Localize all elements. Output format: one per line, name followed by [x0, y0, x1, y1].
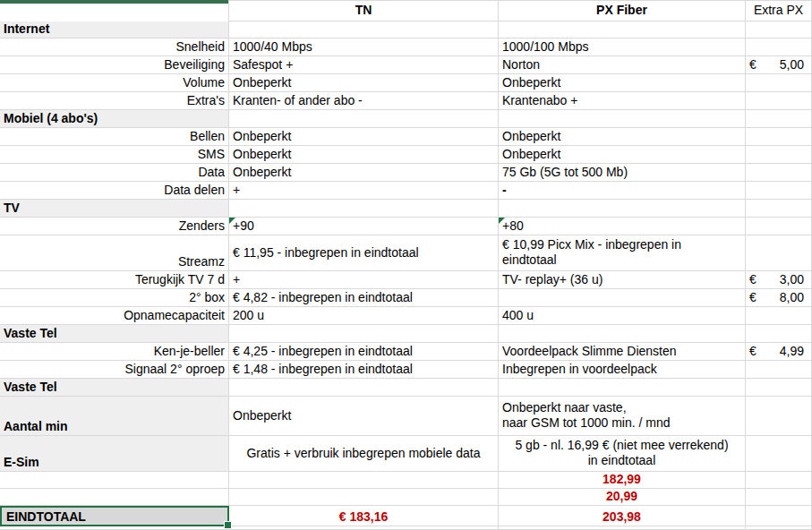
- cell-tn-opnamecapaciteit[interactable]: 200 u: [229, 307, 499, 325]
- cell-extra-aantal-min[interactable]: [746, 397, 812, 436]
- cell-tn-bellen[interactable]: Onbeperkt: [229, 128, 499, 146]
- cell-extra-ken-je-beller[interactable]: €4,99: [746, 343, 812, 361]
- cell-tn-streamz[interactable]: € 11,95 - inbegrepen in eindtotaal: [229, 235, 499, 271]
- cell-extra-subtotal-px-1[interactable]: [746, 472, 812, 489]
- cell-tn-terugkijk-tv[interactable]: +: [229, 271, 499, 289]
- cell-px-opnamecapaciteit[interactable]: 400 u: [499, 307, 746, 325]
- cell-px-bellen[interactable]: Onbeperkt: [499, 128, 746, 146]
- cell-tn-data[interactable]: Onbeperkt: [229, 164, 499, 182]
- cell-tn-internet[interactable]: [229, 21, 499, 38]
- cell-px-vaste-tel-2[interactable]: [499, 379, 746, 397]
- cell-tn-vaste-tel-2[interactable]: [229, 379, 499, 397]
- cell-extra-snelheid[interactable]: [746, 38, 812, 56]
- cell-tn-signaal-2-oproep[interactable]: € 1,48 - inbegrepen in eindtotaal: [229, 361, 499, 379]
- cell-px-extras[interactable]: Krantenabo +: [499, 92, 746, 110]
- cell-label-ken-je-beller[interactable]: Ken-je-beller: [0, 343, 229, 361]
- cell-extra-volume[interactable]: [746, 74, 812, 92]
- cell-extra-e-sim[interactable]: [746, 436, 812, 472]
- cell-extra-subtotal-px-2[interactable]: [746, 489, 812, 506]
- cell-px-subtotal-px-1[interactable]: 182,99: [499, 472, 746, 489]
- cell-px-sms[interactable]: Onbeperkt: [499, 146, 746, 164]
- cell-px-mobiel[interactable]: [499, 110, 746, 128]
- cell-label-e-sim[interactable]: E-Sim: [0, 436, 229, 472]
- cell-tn-data-delen[interactable]: +: [229, 182, 499, 200]
- cell-px-subtotal-px-2[interactable]: 20,99: [499, 489, 746, 506]
- cell-extra-mobiel[interactable]: [746, 110, 812, 128]
- cell-label-bottom-sliver[interactable]: [0, 526, 229, 530]
- cell-tn-aantal-min[interactable]: Onbeperkt: [229, 397, 499, 436]
- column-header-px[interactable]: PX Fiber: [499, 0, 746, 21]
- cell-tn-extras[interactable]: Kranten- of ander abo -: [229, 92, 499, 110]
- cell-tn-zenders[interactable]: +90: [229, 218, 499, 235]
- cell-extra-zenders[interactable]: [746, 218, 812, 235]
- cell-label-terugkijk-tv[interactable]: Terugkijk TV 7 d: [0, 271, 229, 289]
- cell-label-signaal-2-oproep[interactable]: Signaal 2° oproep: [0, 361, 229, 379]
- cell-label-mobiel[interactable]: Mobiel (4 abo's): [0, 110, 229, 128]
- cell-tn-mobiel[interactable]: [229, 110, 499, 128]
- cell-tn-subtotal-px-1[interactable]: [229, 472, 499, 489]
- cell-px-vaste-tel-1[interactable]: [499, 325, 746, 343]
- cell-extra-data-delen[interactable]: [746, 182, 812, 200]
- cell-px-internet[interactable]: [499, 21, 746, 38]
- cell-tn-sms[interactable]: Onbeperkt: [229, 146, 499, 164]
- cell-px-signaal-2-oproep[interactable]: Inbegrepen in voordeelpack: [499, 361, 746, 379]
- cell-px-e-sim[interactable]: 5 gb - nl. 16,99 € (niet mee verrekend) …: [499, 436, 746, 472]
- cell-label-internet[interactable]: Internet: [0, 21, 229, 38]
- cell-label-data-delen[interactable]: Data delen: [0, 182, 229, 200]
- cell-extra-streamz[interactable]: [746, 235, 812, 271]
- cell-label-tweede-box[interactable]: 2° box: [0, 289, 229, 307]
- cell-label-snelheid[interactable]: Snelheid: [0, 38, 229, 56]
- cell-tn-vaste-tel-1[interactable]: [229, 325, 499, 343]
- cell-label-aantal-min[interactable]: Aantal min: [0, 397, 229, 436]
- selection-fill-handle[interactable]: [224, 521, 232, 529]
- cell-extra-vaste-tel-1[interactable]: [746, 325, 812, 343]
- column-header-extra[interactable]: Extra PX: [746, 0, 812, 21]
- cell-label-subtotal-px-1[interactable]: [0, 472, 229, 489]
- cell-px-tweede-box[interactable]: [499, 289, 746, 307]
- cell-label-sms[interactable]: SMS: [0, 146, 229, 164]
- cell-px-ken-je-beller[interactable]: Voordeelpack Slimme Diensten: [499, 343, 746, 361]
- cell-label-opnamecapaciteit[interactable]: Opnamecapaciteit: [0, 307, 229, 325]
- cell-tn-beveiliging[interactable]: Safespot +: [229, 56, 499, 74]
- cell-label-beveiliging[interactable]: Beveiliging: [0, 56, 229, 74]
- cell-tn-eindtotaal[interactable]: € 183,16: [229, 506, 499, 526]
- column-header-tn[interactable]: TN: [229, 0, 499, 21]
- cell-label-extras[interactable]: Extra's: [0, 92, 229, 110]
- cell-tn-volume[interactable]: Onbeperkt: [229, 74, 499, 92]
- cell-px-zenders[interactable]: +80: [499, 218, 746, 235]
- cell-extra-tv[interactable]: [746, 200, 812, 218]
- cell-label-subtotal-px-2[interactable]: [0, 489, 229, 506]
- cell-label-volume[interactable]: Volume: [0, 74, 229, 92]
- cell-extra-beveiliging[interactable]: €5,00: [746, 56, 812, 74]
- cell-extra-tweede-box[interactable]: €8,00: [746, 289, 812, 307]
- cell-extra-eindtotaal[interactable]: [746, 506, 812, 526]
- cell-px-data-delen[interactable]: -: [499, 182, 746, 200]
- cell-extra-data[interactable]: [746, 164, 812, 182]
- cell-tn-ken-je-beller[interactable]: € 4,25 - inbegrepen in eindtotaal: [229, 343, 499, 361]
- cell-extra-opnamecapaciteit[interactable]: [746, 307, 812, 325]
- cell-extra-vaste-tel-2[interactable]: [746, 379, 812, 397]
- cell-label-zenders[interactable]: Zenders: [0, 218, 229, 235]
- cell-extra-extras[interactable]: [746, 92, 812, 110]
- cell-extra-signaal-2-oproep[interactable]: [746, 361, 812, 379]
- cell-px-terugkijk-tv[interactable]: TV- replay+ (36 u): [499, 271, 746, 289]
- cell-extra-bottom-sliver[interactable]: [746, 526, 812, 530]
- cell-label-data[interactable]: Data: [0, 164, 229, 182]
- cell-px-snelheid[interactable]: 1000/100 Mbps: [499, 38, 746, 56]
- cell-extra-terugkijk-tv[interactable]: €3,00: [746, 271, 812, 289]
- cell-px-aantal-min[interactable]: Onbeperkt naar vaste, naar GSM tot 1000 …: [499, 397, 746, 436]
- cell-px-data[interactable]: 75 Gb (5G tot 500 Mb): [499, 164, 746, 182]
- cell-px-tv[interactable]: [499, 200, 746, 218]
- cell-extra-bellen[interactable]: [746, 128, 812, 146]
- cell-tn-snelheid[interactable]: 1000/40 Mbps: [229, 38, 499, 56]
- cell-label-bellen[interactable]: Bellen: [0, 128, 229, 146]
- cell-px-streamz[interactable]: € 10,99 Picx Mix - inbegrepen in eindtot…: [499, 235, 746, 271]
- column-header-label[interactable]: [0, 0, 229, 21]
- cell-label-vaste-tel-1[interactable]: Vaste Tel: [0, 325, 229, 343]
- cell-label-vaste-tel-2[interactable]: Vaste Tel: [0, 379, 229, 397]
- cell-tn-bottom-sliver[interactable]: [229, 526, 499, 530]
- cell-label-eindtotaal[interactable]: EINDTOTAAL: [0, 506, 229, 526]
- cell-px-beveiliging[interactable]: Norton: [499, 56, 746, 74]
- cell-px-eindtotaal[interactable]: 203,98: [499, 506, 746, 526]
- cell-extra-sms[interactable]: [746, 146, 812, 164]
